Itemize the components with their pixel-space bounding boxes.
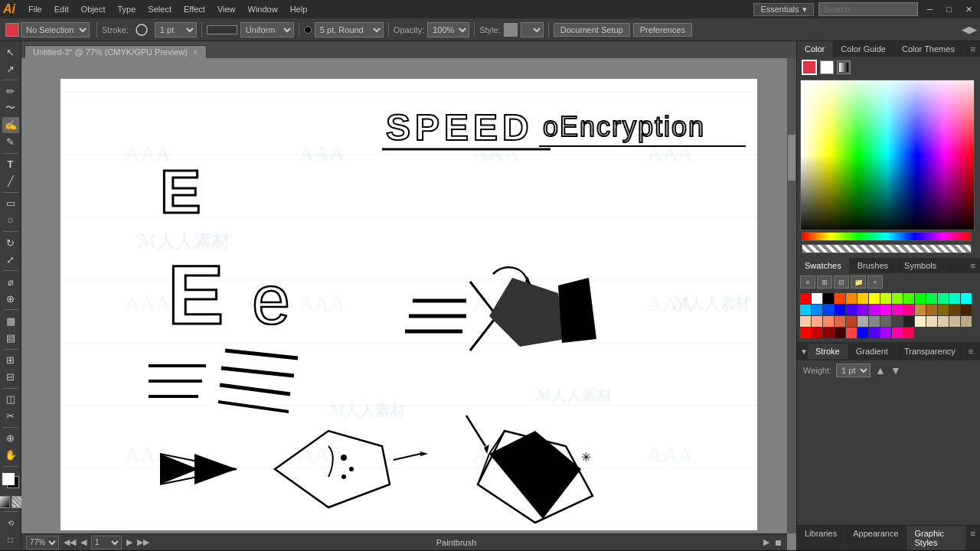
close-button[interactable]: ✕	[961, 5, 977, 15]
panel-toggle-button[interactable]: ◀▶	[962, 24, 977, 35]
rotate-tool[interactable]: ↻	[2, 235, 19, 250]
swatch-color[interactable]	[903, 316, 914, 327]
maximize-button[interactable]: □	[942, 5, 956, 14]
swatches-tab[interactable]: Swatches	[797, 258, 850, 273]
color-tab[interactable]: Color	[797, 41, 833, 57]
width-tool[interactable]: ⊕	[2, 291, 19, 306]
swatch-color[interactable]	[880, 316, 891, 327]
swatch-color[interactable]	[858, 293, 868, 304]
scale-tool[interactable]: ⤢	[2, 252, 19, 267]
vertical-scrollbar[interactable]	[787, 58, 796, 533]
swatch-color[interactable]	[938, 293, 949, 304]
swatch-color[interactable]	[938, 316, 949, 327]
menu-object[interactable]: Object	[76, 3, 111, 15]
swatch-color[interactable]	[961, 293, 972, 304]
swatch-color[interactable]	[800, 293, 811, 304]
eraser-tool[interactable]: ◫	[2, 392, 19, 407]
style-select[interactable]	[521, 22, 544, 37]
swatch-color[interactable]	[926, 316, 937, 327]
swatch-color[interactable]	[915, 316, 926, 327]
white-swatch[interactable]	[820, 60, 834, 74]
swatch-folder[interactable]: 📁	[851, 276, 866, 289]
swatch-color[interactable]	[846, 316, 857, 327]
nav-next[interactable]: ▶▶	[137, 537, 149, 547]
selection-tool[interactable]: ↖	[2, 44, 19, 60]
stroke-type-select[interactable]: Uniform	[240, 22, 294, 37]
swatch-color[interactable]	[846, 328, 857, 338]
nav-prev-single[interactable]: ◀	[80, 537, 87, 547]
color-swatches[interactable]	[2, 473, 19, 488]
reflect-tool[interactable]: ⟲	[2, 515, 19, 530]
menu-type[interactable]: Type	[113, 3, 142, 15]
pencil-tool[interactable]: ✎	[2, 135, 19, 150]
opacity-bar[interactable]	[802, 244, 972, 253]
stroke-collapse-arrow[interactable]: ▼	[800, 347, 808, 356]
swatch-color[interactable]	[858, 328, 868, 338]
swatch-color[interactable]	[915, 305, 926, 315]
swatch-color[interactable]	[846, 305, 857, 315]
warp-tool[interactable]: ⌀	[2, 274, 19, 289]
graph-tool[interactable]: ▦	[2, 313, 19, 328]
swatch-color[interactable]	[938, 305, 949, 315]
swatch-color[interactable]	[846, 293, 857, 304]
swatch-color[interactable]	[800, 328, 811, 338]
essentials-button[interactable]: Essentials ▾	[753, 3, 813, 16]
document-tab[interactable]: Untitled-3* @ 77% (CMYK/GPU Preview) ✕	[24, 45, 207, 58]
status-end[interactable]: ⏹	[774, 538, 782, 547]
rectangle-tool[interactable]: ▭	[2, 196, 19, 211]
swatch-color[interactable]	[823, 293, 834, 304]
appearance-tab[interactable]: Appearance	[845, 526, 906, 550]
color-spectrum-container[interactable]	[800, 80, 973, 229]
swatch-color[interactable]	[869, 293, 880, 304]
artboard-tool[interactable]: ⊞	[2, 352, 19, 367]
style-swatch[interactable]	[504, 23, 518, 37]
menu-window[interactable]: Window	[243, 3, 283, 15]
menu-select[interactable]: Select	[142, 3, 177, 15]
stroke-tab[interactable]: Stroke	[808, 344, 848, 359]
libraries-tab[interactable]: Libraries	[797, 526, 845, 550]
opacity-select[interactable]: 100%	[427, 22, 469, 37]
swatch-color[interactable]	[926, 305, 937, 315]
curvature-tool[interactable]: 〜	[2, 100, 19, 116]
preferences-button[interactable]: Preferences	[633, 23, 692, 37]
color-guide-tab[interactable]: Color Guide	[833, 41, 894, 57]
menu-help[interactable]: Help	[285, 3, 313, 15]
stroke-increase[interactable]: ▲	[875, 364, 886, 377]
swatch-color[interactable]	[869, 305, 880, 315]
gradient-swatch[interactable]	[0, 496, 10, 508]
hand-tool[interactable]: ✋	[2, 448, 19, 463]
swatch-color[interactable]	[949, 293, 960, 304]
minimize-button[interactable]: ─	[923, 5, 938, 14]
transparency-tab[interactable]: Transparency	[897, 344, 964, 359]
nav-prev[interactable]: ◀◀	[64, 537, 76, 547]
swatches-panel-menu[interactable]: ≡	[966, 258, 980, 273]
swatch-color[interactable]	[812, 316, 822, 327]
swatch-color[interactable]	[869, 316, 880, 327]
swatch-color[interactable]	[800, 316, 811, 327]
doc-setup-button[interactable]: Document Setup	[554, 23, 630, 37]
hue-bar[interactable]	[802, 232, 972, 241]
menu-effect[interactable]: Effect	[178, 3, 211, 15]
swatch-color[interactable]	[880, 328, 891, 338]
page-select[interactable]: 1	[91, 536, 122, 549]
swatch-color[interactable]	[961, 305, 972, 315]
swatch-color[interactable]	[835, 316, 845, 327]
swatch-color[interactable]	[812, 328, 822, 338]
slice-tool[interactable]: ⊟	[2, 370, 19, 385]
color-panel-menu[interactable]: ≡	[966, 41, 980, 57]
vertical-scroll-thumb[interactable]	[788, 135, 795, 181]
swatch-color[interactable]	[835, 293, 845, 304]
gray-swatch[interactable]	[837, 60, 851, 74]
swatch-color[interactable]	[812, 305, 822, 315]
zoom-select[interactable]: 77%	[26, 536, 59, 549]
gradient-tab[interactable]: Gradient	[848, 344, 897, 359]
menu-edit[interactable]: Edit	[49, 3, 74, 15]
graphic-styles-tab[interactable]: Graphic Styles	[907, 526, 966, 550]
canvas[interactable]: AAA AAA AAA AAA AAA AAA AAA AAA AAA AAA …	[60, 79, 757, 530]
swatch-add-folder[interactable]: +	[867, 276, 883, 289]
status-play[interactable]: ▶	[763, 537, 769, 547]
search-input[interactable]	[818, 2, 918, 16]
swatch-large-view[interactable]: ⊟	[834, 276, 849, 289]
direct-selection-tool[interactable]: ↗	[2, 61, 19, 77]
active-color-swatch[interactable]	[802, 60, 817, 75]
